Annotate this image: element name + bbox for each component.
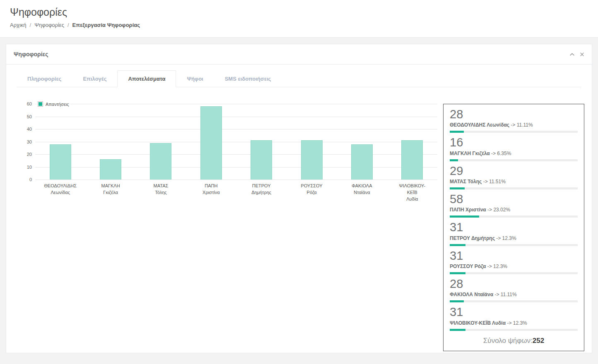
result-count: 58 [450, 192, 578, 206]
chart-bar-column [136, 104, 186, 180]
y-tick-label: 50 [27, 114, 32, 119]
y-tick-label: 10 [27, 165, 32, 170]
result-count: 28 [450, 108, 578, 121]
result-percent: -> 11.51% [482, 179, 505, 184]
result-progress [450, 131, 578, 133]
result-count: 16 [450, 136, 578, 149]
y-tick-label: 40 [27, 127, 32, 132]
result-percent: -> 12.3% [506, 320, 527, 326]
result-item: 58ΠΑΠΗ Χριστίνα -> 23.02% [450, 192, 578, 218]
result-progress [450, 329, 578, 331]
tab-bar: Πληροφορίες Επιλογές Αποτελέσματα Ψήφοι … [17, 70, 581, 87]
result-name: ΠΕΤΡΟΥ Δημήτρης -> 12.3% [450, 235, 578, 241]
result-progress [450, 244, 578, 246]
breadcrumb: Αρχική Ψηφοφορίες Επεξεργασία Ψηφοφορίας [10, 22, 588, 28]
tab-information[interactable]: Πληροφορίες [17, 70, 72, 87]
chart-bar-column [236, 104, 287, 180]
result-name: ΘΕΟΔΟΥΛΙΔΗΣ Λεωνίδας -> 11.11% [450, 122, 578, 128]
chart-x-label: ΠΑΠΗ Χριστίνα [186, 183, 236, 203]
result-name: ΜΑΓΚΛΗ Γκιζέλα -> 6.35% [450, 151, 578, 156]
result-percent: -> 12.3% [495, 235, 516, 241]
result-item: 28ΦΑΚΙΟΛΑ Νταϊάνα -> 11.11% [450, 277, 578, 302]
result-item: 29ΜΑΤΑΣ Τόλης -> 11.51% [450, 164, 578, 189]
result-percent: -> 11.11% [509, 122, 533, 128]
legend-label: Απαντήσεις [46, 102, 69, 107]
panel-tools [569, 52, 584, 57]
chart-bar-column [35, 104, 85, 180]
chart-bar-column [337, 104, 387, 180]
chart-x-labels: ΘΕΟΔΟΥΛΙΔΗΣ ΛεωνίδαςΜΑΓΚΛΗ ΓκιζέλαΜΑΤΑΣ … [35, 183, 437, 203]
result-progress-fill [450, 187, 465, 189]
result-progress-fill [450, 216, 479, 218]
chart-bar [150, 143, 171, 180]
answers-bar-chart: 0102030405060 Απαντήσεις ΘΕΟΔΟΥΛΙΔΗΣ Λεω… [20, 104, 437, 203]
result-count: 29 [450, 164, 578, 178]
page-title: Ψηφοφορίες [10, 6, 588, 18]
chart-x-label: ΡΟΥΣΣΟΥ Ρόζα [287, 183, 337, 203]
result-item: 31ΨΙΛΟΒΙΚΟΥ-ΚΕΪΒ Λυδία -> 12.3% [450, 305, 578, 330]
result-progress [450, 159, 578, 161]
result-item: 31ΡΟΥΣΣΟΥ Ρόζα -> 12.3% [450, 249, 578, 274]
result-count: 31 [450, 249, 578, 263]
tab-results[interactable]: Αποτελέσματα [117, 70, 176, 87]
chart-bar-column [387, 104, 437, 180]
chart-x-label: ΦΑΚΙΟΛΑ Νταϊάνα [337, 183, 387, 203]
chart-bar [251, 140, 272, 180]
result-name: ΜΑΤΑΣ Τόλης -> 11.51% [450, 179, 578, 184]
tab-sms-notifications[interactable]: SMS ειδοποιήσεις [214, 70, 282, 87]
chart-y-axis: 0102030405060 [20, 104, 35, 180]
y-tick-label: 60 [27, 101, 32, 106]
chart-bar-column [287, 104, 337, 180]
collapse-chevron-up-icon[interactable] [569, 52, 575, 57]
chart-x-label: ΜΑΓΚΛΗ Γκιζέλα [85, 183, 135, 203]
chart-plot-area: Απαντήσεις [35, 104, 437, 180]
result-progress-fill [450, 131, 464, 133]
result-count: 31 [450, 305, 578, 319]
result-progress [450, 300, 578, 302]
breadcrumb-section[interactable]: Ψηφοφορίες [34, 22, 64, 28]
result-progress-fill [450, 244, 465, 246]
chart-bar-column [85, 104, 135, 180]
chart-bar [301, 140, 323, 180]
chart-x-label: ΘΕΟΔΟΥΛΙΔΗΣ Λεωνίδας [35, 183, 85, 203]
page-header: Ψηφοφορίες Αρχική Ψηφοφορίες Επεξεργασία… [0, 0, 598, 38]
chart-x-label: ΜΑΤΑΣ Τόλης [136, 183, 186, 203]
result-progress-fill [450, 300, 464, 302]
result-name: ΨΙΛΟΒΙΚΟΥ-ΚΕΪΒ Λυδία -> 12.3% [450, 320, 578, 326]
panel-title: Ψηφοφορίες [14, 51, 48, 57]
y-tick-label: 0 [29, 177, 32, 182]
chart-x-label: ΨΙΛΟΒΙΚΟΥ- ΚΕΪΒ Λυδία [387, 183, 437, 203]
result-progress [450, 272, 578, 274]
breadcrumb-home[interactable]: Αρχική [10, 22, 27, 28]
result-name: ΦΑΚΙΟΛΑ Νταϊάνα -> 11.11% [450, 292, 578, 297]
chart-x-label: ΠΕΤΡΟΥ Δημήτρης [236, 183, 287, 203]
result-progress-fill [450, 329, 465, 331]
gridline [35, 180, 437, 180]
breadcrumb-current: Επεξεργασία Ψηφοφορίας [72, 22, 140, 28]
result-item: 31ΠΕΤΡΟΥ Δημήτρης -> 12.3% [450, 220, 578, 246]
chart-bars [35, 104, 437, 180]
results-summary-panel: 28ΘΕΟΔΟΥΛΙΔΗΣ Λεωνίδας -> 11.11%16ΜΑΓΚΛΗ… [443, 104, 584, 351]
y-tick-label: 30 [27, 139, 32, 144]
result-percent: -> 6.35% [490, 151, 511, 156]
y-tick-label: 20 [27, 152, 32, 157]
result-count: 31 [450, 220, 578, 234]
results-list: 28ΘΕΟΔΟΥΛΙΔΗΣ Λεωνίδας -> 11.11%16ΜΑΓΚΛΗ… [450, 108, 578, 331]
panel-content: Πληροφορίες Επιλογές Αποτελέσματα Ψήφοι … [6, 70, 592, 353]
close-icon[interactable] [580, 52, 584, 57]
panel-title-bar: Ψηφοφορίες [6, 44, 592, 65]
result-progress-fill [450, 272, 465, 274]
tab-votes[interactable]: Ψήφοι [176, 70, 214, 87]
result-progress [450, 187, 578, 189]
chart-bar [100, 159, 121, 180]
chart-legend: Απαντήσεις [36, 101, 70, 107]
result-percent: -> 23.02% [486, 207, 510, 213]
results-tab-content: 0102030405060 Απαντήσεις ΘΕΟΔΟΥΛΙΔΗΣ Λεω… [6, 87, 592, 353]
result-name: ΡΟΥΣΣΟΥ Ρόζα -> 12.3% [450, 263, 578, 269]
tab-options[interactable]: Επιλογές [72, 70, 117, 87]
chart-bar [50, 144, 71, 180]
chart-bar [200, 106, 222, 180]
legend-swatch-icon [38, 101, 43, 107]
result-progress [450, 216, 578, 218]
votes-panel: Ψηφοφορίες Πληροφορίες Επιλογές Αποτελέσ… [6, 44, 592, 353]
